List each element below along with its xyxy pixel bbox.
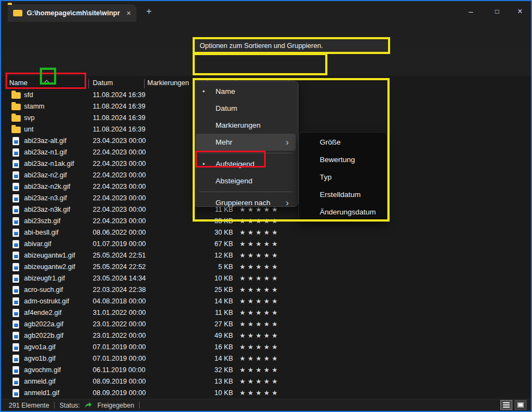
file-name: unt	[24, 124, 89, 135]
column-markierungen[interactable]: Markierungen	[147, 79, 189, 87]
menu-item-mehr[interactable]: Mehr›	[196, 134, 296, 151]
image-thumb	[14, 324, 18, 327]
file-row[interactable]: anmeld.gif08.09.2019 00:0013 KB★★★★★	[1, 376, 531, 387]
image-file-icon	[13, 274, 19, 283]
file-date: 22.04.2023 00:00	[93, 181, 164, 193]
file-row[interactable]: abizeugfr1.gif23.05.2024 14:3410 KB★★★★★	[1, 273, 531, 284]
column-name[interactable]: Name	[9, 79, 27, 87]
menu-item-datum[interactable]: Datum	[196, 100, 296, 117]
file-date: 23.04.2023 00:00	[93, 135, 164, 147]
submenu-item-bewertung[interactable]: Bewertung	[299, 151, 387, 169]
image-file-icon	[13, 286, 19, 294]
file-row[interactable]: anmeld1.gif08.09.2019 00:0010 KB★★★★★	[1, 387, 531, 399]
image-file-icon	[13, 343, 19, 351]
file-size: 30 KB	[190, 227, 233, 238]
file-row[interactable]: abizeugantw2.gif25.05.2024 22:525 KB★★★★…	[1, 261, 531, 273]
image-file-icon	[13, 240, 19, 248]
file-name: acro-such.gif	[24, 284, 89, 296]
folder-icon	[13, 10, 22, 16]
details-view-icon	[503, 402, 510, 408]
file-name: abizeugantw2.gif	[24, 261, 89, 273]
file-size: 49 KB	[190, 330, 233, 342]
file-date: 11.08.2024 16:39	[93, 112, 164, 124]
folder-icon	[11, 127, 21, 133]
rating-stars: ★★★★★	[240, 273, 280, 284]
menu-item-label: Datum	[216, 100, 237, 117]
file-date: 11.08.2024 16:39	[93, 89, 164, 101]
file-row[interactable]: abi23szb.gif22.04.2023 00:0033 KB★★★★★	[1, 216, 531, 227]
icons-view-icon	[517, 402, 524, 408]
image-thumb	[14, 209, 18, 213]
file-row[interactable]: adm-ostrukt.gif04.08.2018 00:0014 KB★★★★…	[1, 296, 531, 307]
rating-stars: ★★★★★	[240, 227, 280, 238]
folder-icon	[11, 104, 21, 110]
close-button[interactable]: ×	[509, 1, 531, 22]
menu-item-markierungen[interactable]: Markierungen	[196, 117, 296, 134]
menu-item-absteigend[interactable]: Absteigend	[196, 172, 296, 189]
file-name: abi23szb.gif	[24, 216, 89, 227]
maximize-button[interactable]: □	[486, 1, 509, 22]
menu-item-gruppieren-nach[interactable]: Gruppieren nach›	[196, 194, 296, 211]
menu-item-aufsteigend[interactable]: •Aufsteigend	[196, 156, 296, 172]
file-row[interactable]: agvochm.gif06.11.2019 00:0032 KB★★★★★	[1, 365, 531, 376]
file-date: 01.07.2019 00:00	[93, 238, 164, 250]
file-name: stamm	[24, 101, 89, 112]
file-row[interactable]: abizeugantw1.gif25.05.2024 22:5112 KB★★★…	[1, 250, 531, 261]
rating-stars: ★★★★★	[240, 238, 280, 250]
image-thumb	[14, 335, 18, 339]
minimize-button[interactable]: –	[459, 1, 482, 22]
submenu-item-erstelldatum[interactable]: Erstelldatum	[299, 186, 387, 204]
file-size: 67 KB	[190, 238, 233, 250]
command-bar: Neu ↑↓ Sortieren Anzeigen	[1, 49, 531, 76]
icons-view-button[interactable]	[515, 400, 527, 410]
column-divider[interactable]	[88, 79, 89, 88]
details-view-button[interactable]	[500, 400, 512, 410]
tab-close-icon[interactable]: ×	[127, 9, 131, 17]
image-file-icon	[13, 297, 19, 306]
rating-stars: ★★★★★	[240, 376, 280, 387]
column-divider[interactable]	[144, 79, 145, 88]
file-row[interactable]: agb2022a.gif23.01.2022 00:0027 KB★★★★★	[1, 319, 531, 330]
file-date: 11.08.2024 16:39	[93, 101, 164, 112]
file-size: 14 KB	[190, 353, 233, 365]
explorer-tab[interactable]: G:\homepage\cmh\site\winpr ×	[8, 4, 136, 22]
image-file-icon	[13, 194, 19, 202]
image-file-icon	[13, 320, 19, 329]
new-tab-button[interactable]: +	[143, 5, 155, 17]
file-date: 11.08.2024 16:39	[93, 124, 164, 135]
submenu-item-größe[interactable]: Größe	[299, 134, 387, 151]
file-size: 33 KB	[190, 216, 233, 227]
column-datum[interactable]: Datum	[93, 79, 113, 87]
file-row[interactable]: abivar.gif01.07.2019 00:0067 KB★★★★★	[1, 238, 531, 250]
file-row[interactable]: agb2022b.gif23.01.2022 00:0049 KB★★★★★	[1, 330, 531, 342]
file-name: abi23az-n1.gif	[24, 147, 89, 158]
image-thumb	[14, 358, 18, 362]
menu-item-name[interactable]: •Name	[196, 83, 296, 100]
rating-stars: ★★★★★	[240, 296, 280, 307]
submenu-item-änderungsdatum[interactable]: Änderungsdatum	[299, 204, 387, 221]
file-row[interactable]: agvo1a.gif07.01.2019 00:0016 KB★★★★★	[1, 342, 531, 353]
image-file-icon	[13, 252, 19, 260]
menu-item-label: Gruppieren nach	[216, 194, 271, 211]
rating-stars: ★★★★★	[240, 250, 280, 261]
file-row[interactable]: agvo1b.gif07.01.2019 00:0014 KB★★★★★	[1, 353, 531, 365]
file-size: 5 KB	[190, 261, 233, 273]
file-row[interactable]: abi-besll.gif08.06.2022 00:0030 KB★★★★★	[1, 227, 531, 238]
file-date: 25.05.2024 22:51	[93, 250, 164, 261]
file-name: agb2022b.gif	[24, 330, 89, 342]
file-date: 22.04.2023 00:00	[93, 216, 164, 227]
file-date: 22.04.2023 00:00	[93, 204, 164, 216]
file-size: 10 KB	[190, 273, 233, 284]
rating-stars: ★★★★★	[240, 387, 280, 399]
image-file-icon	[13, 332, 19, 340]
folder-icon	[11, 115, 21, 122]
image-thumb	[14, 301, 18, 304]
file-date: 23.01.2022 00:00	[93, 319, 164, 330]
submenu-item-typ[interactable]: Typ	[299, 169, 387, 186]
file-name: abivar.gif	[24, 238, 89, 250]
file-name: agb2022a.gif	[24, 319, 89, 330]
file-size: 11 KB	[190, 307, 233, 319]
file-name: anmeld.gif	[24, 376, 89, 387]
file-row[interactable]: af4ende2.gif31.01.2022 00:0011 KB★★★★★	[1, 307, 531, 319]
file-row[interactable]: acro-such.gif22.03.2024 22:3825 KB★★★★★	[1, 284, 531, 296]
